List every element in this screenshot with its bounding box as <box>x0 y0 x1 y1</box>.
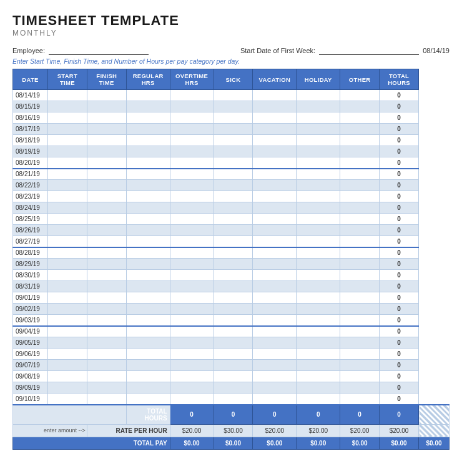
cell-holiday[interactable] <box>297 360 340 371</box>
cell-sick[interactable] <box>214 382 253 394</box>
cell-regular-hrs[interactable] <box>126 292 170 304</box>
cell-holiday[interactable] <box>297 157 340 169</box>
rate-value-cell[interactable]: $20.00 <box>340 424 380 437</box>
cell-holiday[interactable] <box>297 169 340 180</box>
cell-overtime-hrs[interactable] <box>170 124 214 135</box>
cell-other[interactable] <box>340 247 380 259</box>
cell-vacation[interactable] <box>253 371 297 382</box>
cell-other[interactable] <box>340 360 380 371</box>
cell-start-time[interactable] <box>47 191 87 202</box>
cell-start-time[interactable] <box>47 146 87 157</box>
cell-start-time[interactable] <box>47 315 87 326</box>
cell-holiday[interactable] <box>297 304 340 315</box>
cell-start-time[interactable] <box>47 292 87 304</box>
cell-overtime-hrs[interactable] <box>170 315 214 326</box>
cell-sick[interactable] <box>214 180 253 191</box>
cell-overtime-hrs[interactable] <box>170 146 214 157</box>
cell-overtime-hrs[interactable] <box>170 101 214 112</box>
cell-start-time[interactable] <box>47 135 87 146</box>
cell-vacation[interactable] <box>253 349 297 360</box>
cell-holiday[interactable] <box>297 191 340 202</box>
cell-start-time[interactable] <box>47 180 87 191</box>
cell-vacation[interactable] <box>253 214 297 225</box>
cell-finish-time[interactable] <box>87 371 126 382</box>
cell-holiday[interactable] <box>297 247 340 259</box>
cell-vacation[interactable] <box>253 157 297 169</box>
cell-finish-time[interactable] <box>87 292 126 304</box>
cell-other[interactable] <box>340 124 380 135</box>
cell-vacation[interactable] <box>253 90 297 101</box>
cell-overtime-hrs[interactable] <box>170 259 214 270</box>
cell-overtime-hrs[interactable] <box>170 394 214 405</box>
cell-start-time[interactable] <box>47 371 87 382</box>
cell-sick[interactable] <box>214 112 253 124</box>
cell-regular-hrs[interactable] <box>126 101 170 112</box>
cell-start-time[interactable] <box>47 157 87 169</box>
cell-start-time[interactable] <box>47 247 87 259</box>
cell-vacation[interactable] <box>253 247 297 259</box>
cell-start-time[interactable] <box>47 225 87 236</box>
cell-start-time[interactable] <box>47 337 87 349</box>
cell-sick[interactable] <box>214 236 253 247</box>
cell-start-time[interactable] <box>47 124 87 135</box>
cell-vacation[interactable] <box>253 191 297 202</box>
cell-finish-time[interactable] <box>87 315 126 326</box>
cell-other[interactable] <box>340 292 380 304</box>
cell-holiday[interactable] <box>297 225 340 236</box>
cell-holiday[interactable] <box>297 180 340 191</box>
cell-holiday[interactable] <box>297 394 340 405</box>
cell-other[interactable] <box>340 371 380 382</box>
cell-other[interactable] <box>340 270 380 281</box>
cell-other[interactable] <box>340 259 380 270</box>
cell-vacation[interactable] <box>253 112 297 124</box>
cell-start-time[interactable] <box>47 360 87 371</box>
cell-other[interactable] <box>340 135 380 146</box>
cell-vacation[interactable] <box>253 259 297 270</box>
cell-holiday[interactable] <box>297 214 340 225</box>
rate-value-cell[interactable]: $30.00 <box>214 424 253 437</box>
cell-finish-time[interactable] <box>87 225 126 236</box>
cell-finish-time[interactable] <box>87 349 126 360</box>
cell-overtime-hrs[interactable] <box>170 247 214 259</box>
cell-overtime-hrs[interactable] <box>170 214 214 225</box>
cell-vacation[interactable] <box>253 270 297 281</box>
cell-other[interactable] <box>340 225 380 236</box>
cell-vacation[interactable] <box>253 180 297 191</box>
cell-overtime-hrs[interactable] <box>170 90 214 101</box>
cell-finish-time[interactable] <box>87 202 126 214</box>
cell-sick[interactable] <box>214 394 253 405</box>
cell-start-time[interactable] <box>47 101 87 112</box>
cell-regular-hrs[interactable] <box>126 337 170 349</box>
cell-start-time[interactable] <box>47 90 87 101</box>
cell-other[interactable] <box>340 90 380 101</box>
cell-finish-time[interactable] <box>87 337 126 349</box>
cell-vacation[interactable] <box>253 236 297 247</box>
cell-finish-time[interactable] <box>87 270 126 281</box>
cell-other[interactable] <box>340 304 380 315</box>
cell-other[interactable] <box>340 236 380 247</box>
cell-vacation[interactable] <box>253 124 297 135</box>
cell-sick[interactable] <box>214 304 253 315</box>
cell-regular-hrs[interactable] <box>126 315 170 326</box>
cell-other[interactable] <box>340 101 380 112</box>
cell-holiday[interactable] <box>297 337 340 349</box>
cell-finish-time[interactable] <box>87 326 126 337</box>
cell-regular-hrs[interactable] <box>126 394 170 405</box>
cell-sick[interactable] <box>214 202 253 214</box>
cell-vacation[interactable] <box>253 326 297 337</box>
cell-regular-hrs[interactable] <box>126 382 170 394</box>
cell-other[interactable] <box>340 315 380 326</box>
rate-value-cell[interactable]: $20.00 <box>297 424 340 437</box>
cell-other[interactable] <box>340 214 380 225</box>
cell-start-time[interactable] <box>47 214 87 225</box>
cell-regular-hrs[interactable] <box>126 112 170 124</box>
cell-other[interactable] <box>340 281 380 292</box>
cell-vacation[interactable] <box>253 292 297 304</box>
cell-other[interactable] <box>340 157 380 169</box>
cell-regular-hrs[interactable] <box>126 236 170 247</box>
cell-vacation[interactable] <box>253 304 297 315</box>
cell-vacation[interactable] <box>253 202 297 214</box>
cell-vacation[interactable] <box>253 360 297 371</box>
cell-sick[interactable] <box>214 101 253 112</box>
cell-other[interactable] <box>340 191 380 202</box>
